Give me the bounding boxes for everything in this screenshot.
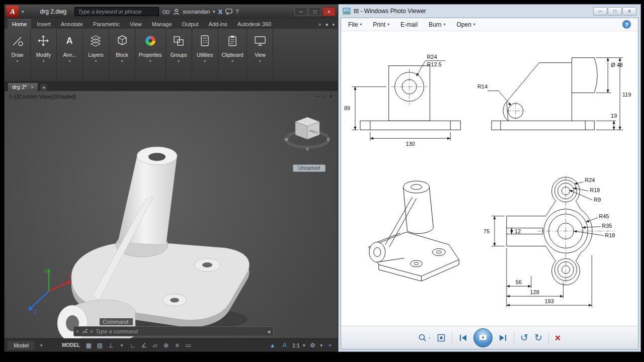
view-control[interactable]: [Custom View]	[17, 94, 53, 100]
workspace-menu-arrow-icon[interactable]: ▾	[320, 343, 323, 348]
slideshow-button[interactable]	[473, 328, 493, 347]
menu-email[interactable]: E-mail	[400, 21, 418, 28]
dynamic-input-icon[interactable]: +	[117, 341, 126, 350]
scale-menu-arrow-icon[interactable]: ▾	[303, 343, 305, 348]
drawing-restore-icon[interactable]: ▫	[324, 93, 326, 99]
infocenter-dot-icon[interactable]: ●	[325, 22, 328, 27]
tab-manage[interactable]: Manage	[147, 20, 177, 29]
polar-tracking-icon[interactable]: ∠	[139, 341, 148, 350]
search-input[interactable]	[74, 7, 159, 16]
viewcube-east[interactable]: E	[327, 137, 330, 142]
menu-file[interactable]: File ▾	[348, 21, 362, 28]
user-menu-arrow-icon[interactable]: ▾	[213, 9, 215, 14]
lineweight-icon[interactable]: ≡	[173, 341, 182, 350]
tab-output[interactable]: Output	[178, 20, 203, 29]
workspace-gear-icon[interactable]: ⚙	[308, 341, 317, 350]
ribbon-overflow-icon[interactable]: »	[318, 22, 321, 27]
tab-addins[interactable]: Add-ins	[204, 20, 232, 29]
annotation-visibility-icon[interactable]: ▲	[268, 341, 277, 350]
panel-layers[interactable]: Layers ▾	[83, 29, 109, 81]
autocad-logo[interactable]: A	[7, 6, 19, 18]
ortho-mode-icon[interactable]: ∟	[128, 341, 137, 350]
panel-clipboard[interactable]: Clipboard ▾	[218, 29, 248, 81]
menu-open[interactable]: Open ▾	[456, 21, 475, 28]
command-bar[interactable]: × > ◄	[73, 326, 274, 336]
annotation-autoscale-icon[interactable]: A	[280, 341, 289, 350]
panel-utilities[interactable]: Utilities ▾	[192, 29, 218, 81]
command-close-icon[interactable]: ×	[76, 329, 79, 334]
panel-groups[interactable]: Groups ▾	[166, 29, 192, 81]
actual-size-button[interactable]	[437, 333, 446, 342]
viewport-menu-control[interactable]: [−]	[10, 94, 16, 100]
panel-block[interactable]: Block ▾	[109, 29, 135, 81]
communication-icon[interactable]	[225, 9, 232, 15]
delete-button[interactable]: ×	[555, 333, 561, 343]
panel-flyout-arrow-icon[interactable]: ▾	[68, 59, 70, 63]
model-viewport[interactable]: [−] [Custom View] [Shaded] ─ ▫ ×	[5, 91, 338, 338]
binoculars-search-icon[interactable]	[162, 8, 170, 15]
tab-annotate[interactable]: Annotate	[56, 20, 88, 29]
panel-modify[interactable]: Modify ▾	[31, 29, 57, 81]
annotation-scale-value[interactable]: 1:1	[292, 342, 300, 348]
ribbon-collapse-arrow-icon[interactable]: ▾	[332, 22, 335, 27]
command-recent-arrow-icon[interactable]: ◄	[266, 329, 271, 334]
panel-flyout-arrow-icon[interactable]: ▾	[178, 59, 180, 63]
panel-flyout-arrow-icon[interactable]: ▾	[259, 59, 261, 63]
quick-properties-icon[interactable]: ▭	[184, 341, 193, 350]
panel-annotation[interactable]: A Ann... ▾	[57, 29, 83, 81]
snap-mode-icon[interactable]: ▤	[95, 341, 104, 350]
new-drawing-tab-button[interactable]: +	[40, 83, 48, 91]
menu-print[interactable]: Print ▾	[373, 21, 389, 28]
panel-flyout-arrow-icon[interactable]: ▾	[42, 59, 44, 63]
help-icon[interactable]: ?	[235, 9, 238, 15]
exchange-apps-icon[interactable]: X	[218, 8, 223, 16]
panel-flyout-arrow-icon[interactable]: ▾	[231, 59, 233, 63]
help-icon[interactable]: ?	[622, 20, 631, 29]
tab-autodesk360[interactable]: Autodesk 360	[233, 20, 276, 29]
close-button[interactable]: ×	[622, 7, 636, 16]
panel-flyout-arrow-icon[interactable]: ▾	[16, 59, 18, 63]
panel-flyout-arrow-icon[interactable]: ▾	[121, 59, 123, 63]
previous-button[interactable]	[458, 334, 467, 341]
rotate-clockwise-button[interactable]: ↻	[534, 333, 542, 342]
new-layout-icon[interactable]: +	[37, 341, 46, 350]
maximize-button[interactable]: □	[308, 7, 321, 16]
infer-constraints-icon[interactable]: ⊥	[106, 341, 115, 350]
viewcube-west[interactable]: W	[284, 137, 288, 142]
panel-properties[interactable]: Properties ▾	[135, 29, 166, 81]
panel-flyout-arrow-icon[interactable]: ▾	[149, 59, 151, 63]
close-button[interactable]: ×	[323, 7, 336, 16]
tab-home[interactable]: Home	[8, 19, 31, 29]
file-tab-close-icon[interactable]: ×	[31, 84, 34, 90]
rotate-counterclockwise-button[interactable]: ↺	[520, 333, 528, 342]
tab-insert[interactable]: Insert	[32, 20, 55, 29]
menu-burn[interactable]: Burn ▾	[429, 21, 445, 28]
command-customize-wrench-icon[interactable]	[82, 328, 88, 334]
command-input[interactable]	[96, 328, 264, 334]
tab-view[interactable]: View	[125, 20, 146, 29]
file-tab-drg2[interactable]: drg 2* ×	[8, 82, 38, 91]
model-layout-tab[interactable]: Model	[8, 341, 35, 350]
viewcube-south[interactable]: S	[306, 147, 308, 151]
isometric-drafting-icon[interactable]: ▱	[150, 341, 159, 350]
zoom-menu-arrow-icon[interactable]: ▾	[428, 335, 431, 340]
minimize-button[interactable]: ─	[294, 7, 307, 16]
maximize-button[interactable]: □	[608, 7, 622, 16]
panel-flyout-arrow-icon[interactable]: ▾	[204, 59, 206, 63]
object-snap-icon[interactable]: ⊕	[162, 341, 171, 350]
drawing-close-icon[interactable]: ×	[330, 93, 333, 99]
viewcube[interactable]: N E S W BACK	[283, 110, 332, 160]
grid-display-icon[interactable]: ▦	[84, 341, 93, 350]
model-space-toggle[interactable]: MODEL	[62, 342, 80, 348]
signin-user[interactable]: socnandan	[183, 9, 210, 15]
tab-parametric[interactable]: Parametric	[89, 20, 124, 29]
visual-style-control[interactable]: [Shaded]	[53, 94, 75, 100]
drawing-minimize-icon[interactable]: ─	[315, 93, 319, 99]
panel-view[interactable]: View ▾	[247, 29, 273, 81]
customization-plus-icon[interactable]: +	[326, 341, 335, 350]
app-menu-arrow-icon[interactable]: ▾	[22, 9, 24, 14]
viewcube-ucs-pill[interactable]: Unnamed	[293, 164, 326, 172]
panel-draw[interactable]: Draw ▾	[5, 29, 31, 81]
next-button[interactable]	[499, 334, 508, 341]
zoom-button[interactable]: ▾	[418, 333, 431, 342]
